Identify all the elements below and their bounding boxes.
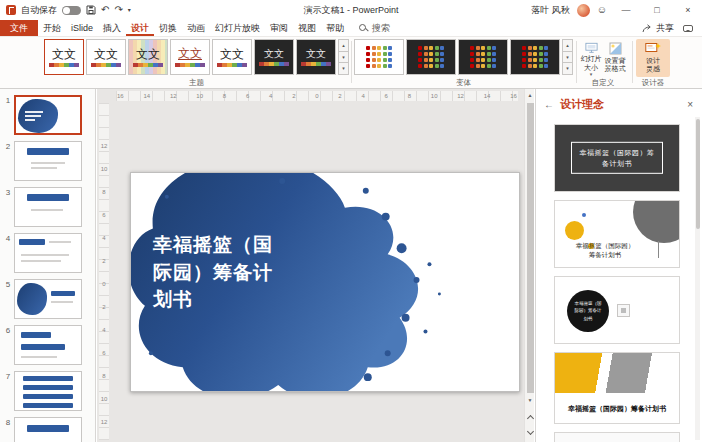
design-ideas-pane: ← 设计理念 × 幸福摇篮（国际园）筹备计划书 幸福摇篮（国际园） 筹备计划书 (535, 89, 702, 442)
search-label: 搜索 (372, 22, 390, 35)
share-icon (642, 24, 653, 33)
slide-thumbnail-4[interactable] (14, 233, 82, 273)
ruler-number: 4 (102, 235, 105, 241)
tab-home[interactable]: 开始 (38, 20, 66, 36)
ruler-number: 10 (101, 166, 108, 172)
tab-review[interactable]: 审阅 (265, 20, 293, 36)
feedback-smiley-icon[interactable]: ☺ (597, 5, 607, 15)
tab-file[interactable]: 文件 (0, 20, 38, 36)
undo-icon[interactable]: ↶ (101, 5, 109, 15)
slide-row-5: 5 (0, 279, 95, 319)
editing-canvas[interactable]: 1614121086420246810121416 12108642024681… (97, 89, 534, 442)
slide-size-icon (584, 42, 599, 53)
design-suggestion-1[interactable]: 幸福摇篮（国际园）筹备计划书 (554, 124, 680, 192)
search-box[interactable]: 搜索 (359, 20, 390, 36)
design-ideas-button[interactable]: 设计灵感 (636, 39, 670, 77)
comments-icon[interactable] (683, 25, 693, 32)
tab-islide[interactable]: iSlide (66, 20, 98, 36)
slide-thumbnail-6[interactable] (14, 325, 82, 365)
design-4-title: 幸福摇篮（国际园）筹备计划书 (555, 404, 679, 414)
tab-insert[interactable]: 插入 (98, 20, 126, 36)
ruler-number: 6 (246, 93, 249, 99)
powerpoint-logo-icon (6, 5, 16, 15)
share-label: 共享 (656, 22, 674, 35)
minimize-button[interactable]: — (614, 0, 638, 20)
tab-transitions[interactable]: 切换 (154, 20, 182, 36)
slide-thumbnail-7[interactable] (14, 371, 82, 411)
format-background-button[interactable]: 设置背景格式 (604, 39, 626, 77)
ruler-number: 6 (102, 350, 105, 356)
pane-close-icon[interactable]: × (687, 99, 693, 110)
tab-view[interactable]: 视图 (293, 20, 321, 36)
share-button[interactable]: 共享 (642, 22, 674, 35)
design-suggestion-2[interactable]: 幸福摇篮（国际园） 筹备计划书 (554, 200, 680, 268)
maximize-button[interactable]: □ (645, 0, 669, 20)
tab-slideshow[interactable]: 幻灯片放映 (210, 20, 265, 36)
tab-help[interactable]: 帮助 (321, 20, 349, 36)
variant-option-1[interactable] (354, 39, 404, 75)
autosave-toggle[interactable] (62, 6, 81, 15)
ruler-number: 12 (170, 93, 177, 99)
slide-thumbnail-8[interactable] (14, 417, 82, 442)
theme-option-6-dark[interactable]: 文文 (254, 39, 294, 75)
design-suggestion-5[interactable] (554, 432, 680, 442)
ruler-number: 14 (143, 93, 150, 99)
variants-group-label: 变体 (354, 78, 573, 88)
design-suggestion-3[interactable]: 幸福摇篮（国际园）筹备计划书 (554, 276, 680, 344)
scroll-down-icon[interactable]: ▼ (525, 394, 535, 406)
theme-option-3[interactable]: 文文 (128, 39, 168, 75)
pane-scrollbar-thumb[interactable] (696, 119, 700, 229)
save-icon[interactable] (86, 5, 96, 15)
slide-editing-surface[interactable]: 幸福摇篮（国 际园）筹备计 划书 (130, 172, 520, 392)
ribbon-design: 文文 文文 文文 文文 文文 文文 文文 ▴ ▾ ▾ 主题 (0, 37, 702, 89)
slide-thumbnail-3[interactable] (14, 187, 82, 227)
canvas-scrollbar[interactable]: ▲ ▼ (524, 89, 534, 442)
slide-number: 4 (2, 233, 14, 243)
design-suggestion-4[interactable]: 幸福摇篮（国际园）筹备计划书 (554, 352, 680, 424)
variant-option-4[interactable] (510, 39, 560, 75)
slide-thumbnail-1[interactable] (14, 95, 82, 135)
slide-number: 6 (2, 325, 14, 335)
user-avatar[interactable] (577, 4, 590, 17)
next-slide-button[interactable] (525, 427, 535, 439)
themes-more-icon[interactable]: ▾ (338, 62, 349, 75)
ruler-number: 2 (292, 93, 295, 99)
theme-option-5[interactable]: 文文 (212, 39, 252, 75)
user-name: 落叶 风秋 (531, 4, 570, 17)
ruler-number: 8 (408, 93, 411, 99)
theme-option-4[interactable]: 文文 (170, 39, 210, 75)
back-icon[interactable]: ← (544, 99, 554, 110)
slide-thumbnail-5[interactable] (14, 279, 82, 319)
pane-scrollbar[interactable] (695, 117, 700, 440)
variant-option-3[interactable] (458, 39, 508, 75)
scrollbar-thumb[interactable] (527, 103, 534, 393)
variant-option-2[interactable] (406, 39, 456, 75)
tab-design[interactable]: 设计 (126, 20, 154, 36)
design-pane-header: ← 设计理念 × (536, 96, 702, 112)
ruler-number: 10 (196, 93, 203, 99)
design-3-title: 幸福摇篮（国际园）筹备计划书 (567, 290, 609, 332)
variants-more-icon[interactable]: ▾ (562, 62, 573, 75)
slide-title-text[interactable]: 幸福摇篮（国 际园）筹备计 划书 (153, 231, 305, 314)
ruler-number: 14 (484, 93, 491, 99)
ruler-number: 10 (101, 396, 108, 402)
scroll-up-icon[interactable]: ▲ (525, 89, 535, 101)
previous-slide-button[interactable] (525, 411, 535, 423)
workspace: 1 2 3 (0, 89, 702, 442)
ruler-number: 10 (431, 93, 438, 99)
theme-option-2[interactable]: 文文 (86, 39, 126, 75)
theme-option-7-dark[interactable]: 文文 (296, 39, 336, 75)
slide-row-2: 2 (0, 141, 95, 181)
theme-current[interactable]: 文文 (44, 39, 84, 75)
slide-thumbnail-2[interactable] (14, 141, 82, 181)
slide-size-button[interactable]: 幻灯片大小 ▾ (580, 39, 602, 77)
yellow-circle-shape (565, 221, 584, 240)
ruler-number: 6 (102, 212, 105, 218)
close-button[interactable]: × (676, 0, 700, 20)
design-ideas-icon (645, 42, 661, 55)
slide-number: 5 (2, 279, 14, 289)
quick-access-more-icon[interactable]: ▾ (128, 7, 131, 13)
tab-animations[interactable]: 动画 (182, 20, 210, 36)
ruler-number: 6 (385, 93, 388, 99)
redo-icon[interactable]: ↷ (114, 5, 122, 15)
